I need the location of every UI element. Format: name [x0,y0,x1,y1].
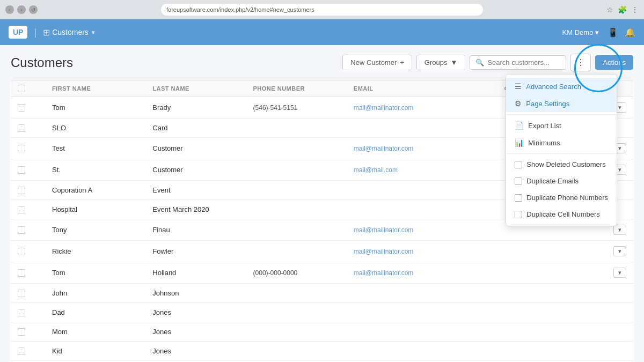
dropdown-divider-2 [506,153,617,154]
row-first-5: Hospital [52,205,152,213]
groups-button[interactable]: Groups ▼ [416,55,466,70]
show-deleted-label: Show Deleted Customers [526,160,605,168]
row-checkbox-8[interactable] [18,269,35,277]
top-nav-left: UP | ⊞ Customers ▼ [9,26,96,39]
col-email: EMAIL [354,85,504,92]
row-email-8: mail@mailinator.com [354,269,504,277]
row-action-btn[interactable]: ▾ [613,246,626,256]
logo[interactable]: UP [9,26,27,39]
advanced-search-label: Advanced Search [526,83,581,91]
row-last-8: Holland [152,269,253,277]
search-input[interactable] [487,58,560,67]
star-icon: ☆ [606,5,613,14]
dropdown-duplicate-emails[interactable]: Duplicate Emails [506,173,617,189]
grid-icon: ⊞ [43,27,50,38]
row-last-6: Finau [152,226,253,234]
col-phone: PHONE NUMBER [253,85,354,92]
row-checkbox-11[interactable] [18,328,35,336]
row-checkbox-7[interactable] [18,248,35,255]
nav-app-title: Customers [52,28,89,36]
browser-icons: ☆ 🧩 ⋮ [606,5,639,14]
minimums-label: Minimums [528,139,560,147]
row-phone-0: (546)-541-5151 [253,104,354,112]
row-checkbox-12[interactable] [18,348,35,355]
duplicate-emails-label: Duplicate Emails [526,177,579,185]
main-content: Customers New Customer + Groups ▼ 🔍 ⋮ Ac… [0,45,644,362]
row-checkbox-10[interactable] [18,309,35,316]
settings-icon: ⚙ [515,99,522,108]
table-row: Kid Jones [11,342,633,361]
table-row: John Johnson [11,284,633,303]
plus-icon: + [400,58,404,67]
row-checkbox-3[interactable] [18,166,35,174]
new-customer-button[interactable]: New Customer + [342,55,412,70]
row-checkbox-9[interactable] [18,290,35,297]
duplicate-phone-checkbox[interactable] [515,194,522,202]
row-actions-8: ▾ [605,268,626,278]
row-last-0: Brady [152,104,253,112]
nav-icons-right: 📱 🔔 [608,27,635,38]
groups-chevron-icon: ▼ [450,58,457,67]
search-list-icon: ☰ [515,82,522,91]
dropdown-advanced-search[interactable]: ☰ Advanced Search [506,78,617,95]
row-first-7: Rickie [52,247,152,255]
row-last-2: Customer [152,144,253,152]
dropdown-duplicate-phone[interactable]: Duplicate Phone Numbers [506,189,617,206]
row-first-10: Dad [52,308,152,316]
dropdown-page-settings[interactable]: ⚙ Page Settings [506,95,617,112]
browser-chrome: ‹ › ↺ foreupsoftware.com/index.php/v2/ho… [0,0,644,19]
groups-label: Groups [425,58,448,67]
more-button[interactable]: ⋮ [570,54,591,71]
extension-icon: 🧩 [618,5,627,14]
row-last-5: Event March 2020 [152,205,253,213]
row-last-3: Customer [152,166,253,174]
duplicate-cell-checkbox[interactable] [515,211,522,218]
row-actions-7: ▾ [605,246,626,256]
row-last-10: Jones [152,308,253,316]
nav-separator: | [34,27,36,38]
actions-button[interactable]: Actions [595,55,633,70]
row-email-0: mail@mailinator.com [354,104,504,112]
row-last-9: Johnson [152,289,253,297]
row-action-btn[interactable]: ▾ [613,225,626,235]
browser-url[interactable]: foreupsoftware.com/index.php/v2/home#new… [161,4,483,16]
row-checkbox-0[interactable] [18,104,35,112]
select-all-checkbox[interactable] [18,85,25,92]
refresh-btn[interactable]: ↺ [29,5,38,14]
new-customer-label: New Customer [350,58,397,67]
forward-btn[interactable]: › [17,5,26,14]
dropdown-minimums[interactable]: 📊 Minimums [506,134,617,151]
search-box[interactable]: 🔍 [470,55,566,70]
row-first-4: Coporation A [52,186,152,194]
top-nav-right: KM Demo ▾ 📱 🔔 [562,27,635,38]
row-first-8: Tom [52,269,152,277]
notification-icon[interactable]: 🔔 [625,27,635,38]
nav-app-name: ⊞ Customers ▼ [43,27,96,38]
actions-label: Actions [603,58,626,67]
row-first-2: Test [52,144,152,152]
dropdown-export-list[interactable]: 📄 Export List [506,117,617,134]
row-action-btn[interactable]: ▾ [613,268,626,278]
row-checkbox-2[interactable] [18,145,35,152]
row-email-7: mail@mailinator.com [354,248,504,255]
browser-controls: ‹ › ↺ [5,5,38,14]
duplicate-emails-checkbox[interactable] [515,178,522,185]
url-text: foreupsoftware.com/index.php/v2/home#new… [166,6,314,13]
col-last-name: LAST NAME [152,85,253,92]
row-first-0: Tom [52,104,152,112]
back-btn[interactable]: ‹ [5,5,14,14]
show-deleted-checkbox[interactable] [515,161,522,168]
table-row: Dad Jones [11,303,633,322]
header-actions: New Customer + Groups ▼ 🔍 ⋮ Actions ☰ Ad… [342,54,633,71]
dropdown-divider-1 [506,114,617,115]
row-first-11: Mom [52,328,152,336]
mobile-icon: 📱 [608,27,618,38]
dropdown-show-deleted[interactable]: Show Deleted Customers [506,156,617,173]
dropdown-duplicate-cell[interactable]: Duplicate Cell Numbers [506,206,617,223]
user-info[interactable]: KM Demo ▾ [562,28,599,36]
duplicate-cell-label: Duplicate Cell Numbers [526,210,600,218]
row-checkbox-5[interactable] [18,206,35,213]
row-checkbox-6[interactable] [18,226,35,234]
row-checkbox-1[interactable] [18,124,35,132]
row-checkbox-4[interactable] [18,187,35,194]
